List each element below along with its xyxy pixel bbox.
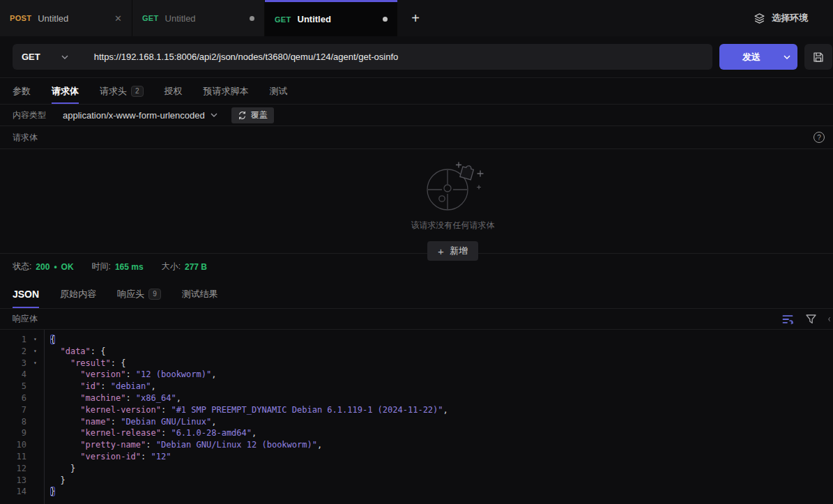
request-tab-get-untitled-active[interactable]: GET Untitled [265, 0, 397, 36]
fold-gutter [26, 486, 44, 498]
format-icon[interactable] [782, 314, 794, 324]
tab-pre-request-script[interactable]: 预请求脚本 [204, 78, 249, 104]
url-value[interactable]: https://192.168.1.15:8006/api2/json/node… [94, 52, 399, 62]
add-body-button[interactable]: + 新增 [427, 241, 478, 261]
tab-label: 原始内容 [60, 288, 96, 300]
response-tabs: JSON 原始内容 响应头 9 测试结果 [0, 280, 833, 309]
help-icon[interactable]: ? [813, 132, 825, 143]
code-text: "id": "debian", [44, 381, 156, 392]
response-json-view[interactable]: 1▾{2▾ "data": {3▾ "result": {4 "version"… [0, 330, 833, 504]
tab-label: 请求头 [100, 85, 127, 98]
code-text: "kernel-version": "#1 SMP PREEMPT_DYNAMI… [44, 404, 448, 416]
status-separator: • [54, 262, 56, 272]
environment-selector[interactable]: 选择环境 [754, 0, 833, 36]
puzzle-illustration [421, 160, 485, 213]
plus-icon: + [438, 245, 444, 257]
content-type-row: 内容类型 application/x-www-form-urlencoded 覆… [0, 105, 833, 126]
code-line: 12 } [0, 463, 833, 475]
truncated-icon[interactable] [828, 314, 833, 324]
line-number: 2 [0, 346, 26, 358]
code-text: "machine": "x86_64", [44, 392, 181, 404]
empty-state-text: 该请求没有任何请求体 [411, 220, 495, 231]
code-line: 3▾ "result": { [0, 358, 833, 369]
tab-title: Untitled [298, 14, 376, 24]
fold-gutter [26, 439, 44, 451]
request-body-title: 请求体 [13, 132, 38, 144]
line-number: 7 [0, 404, 26, 416]
tab-label: 参数 [13, 85, 31, 98]
code-line: 8 "name": "Debian GNU/Linux", [0, 416, 833, 428]
line-number: 12 [0, 463, 26, 475]
tab-json[interactable]: JSON [13, 280, 39, 308]
method-value: GET [22, 52, 40, 62]
time-group: 时间: 165 ms [92, 261, 144, 273]
request-body-empty-state: 该请求没有任何请求体 + 新增 [0, 149, 833, 253]
fold-arrow-icon[interactable]: ▾ [26, 346, 44, 358]
code-line: 14} [0, 486, 833, 498]
code-text: "kernel-release": "6.1.0-28-amd64", [44, 427, 257, 439]
unsaved-dot-icon [250, 16, 254, 21]
time-label: 时间: [92, 261, 111, 273]
close-icon[interactable]: ✕ [114, 13, 122, 24]
line-number: 13 [0, 475, 26, 487]
response-body-title: 响应体 [13, 313, 38, 325]
code-line: 11 "version-id": "12" [0, 451, 833, 463]
status-text: OK [61, 262, 74, 272]
override-button[interactable]: 覆盖 [231, 107, 274, 123]
status-label: 状态: [13, 261, 31, 273]
tab-raw[interactable]: 原始内容 [60, 280, 96, 308]
send-button-label: 发送 [719, 51, 777, 63]
fold-gutter [26, 427, 44, 439]
tab-headers[interactable]: 请求头 2 [100, 78, 144, 104]
chevron-down-icon [211, 113, 217, 117]
tab-params[interactable]: 参数 [13, 78, 31, 104]
method-label: GET [142, 14, 159, 22]
response-headers-count-badge: 9 [148, 289, 161, 300]
line-number: 5 [0, 381, 26, 392]
floppy-disk-icon [813, 52, 824, 63]
request-tab-post-untitled[interactable]: POST Untitled ✕ [0, 0, 132, 36]
content-type-select[interactable]: application/x-www-form-urlencoded [63, 110, 217, 121]
code-line: 4 "version": "12 (bookworm)", [0, 369, 833, 381]
line-number: 8 [0, 416, 26, 428]
tab-title: Untitled [165, 13, 243, 24]
save-button[interactable] [804, 44, 832, 70]
tab-label: 测试结果 [182, 288, 218, 300]
request-tab-get-untitled[interactable]: GET Untitled [132, 0, 265, 36]
tab-label: JSON [13, 289, 39, 300]
code-line: 13 } [0, 475, 833, 487]
tab-auth[interactable]: 授权 [165, 78, 183, 104]
filter-icon[interactable] [806, 314, 816, 324]
chevron-down-icon [61, 55, 68, 59]
code-text: { [44, 334, 55, 346]
fold-gutter [26, 381, 44, 392]
tab-tests[interactable]: 测试 [270, 78, 288, 104]
content-type-label: 内容类型 [13, 109, 46, 121]
headers-count-badge: 2 [131, 86, 144, 97]
fold-arrow-icon[interactable]: ▾ [26, 334, 44, 346]
code-line: 9 "kernel-release": "6.1.0-28-amd64", [0, 427, 833, 439]
tab-label: 预请求脚本 [204, 85, 249, 98]
code-line: 5 "id": "debian", [0, 381, 833, 392]
tab-test-results[interactable]: 测试结果 [182, 280, 218, 308]
code-text: "result": { [44, 358, 125, 369]
line-number: 3 [0, 358, 26, 369]
unsaved-dot-icon [383, 17, 388, 22]
fold-gutter [26, 451, 44, 463]
url-input[interactable]: GET https://192.168.1.15:8006/api2/json/… [13, 44, 712, 70]
send-button[interactable]: 发送 [719, 44, 797, 70]
line-number: 1 [0, 334, 26, 346]
line-number: 10 [0, 439, 26, 451]
new-tab-button[interactable]: + [397, 0, 434, 36]
chevron-down-icon[interactable] [777, 55, 797, 59]
override-label: 覆盖 [251, 109, 268, 121]
line-number: 14 [0, 486, 26, 498]
fold-gutter [26, 416, 44, 428]
status-group: 状态: 200 • OK [13, 261, 74, 273]
tab-body[interactable]: 请求体 [52, 78, 79, 104]
fold-arrow-icon[interactable]: ▾ [26, 358, 44, 369]
method-label: GET [275, 15, 291, 24]
method-select[interactable]: GET [13, 52, 78, 62]
tab-response-headers[interactable]: 响应头 9 [117, 280, 161, 308]
tab-label: 授权 [165, 85, 183, 98]
